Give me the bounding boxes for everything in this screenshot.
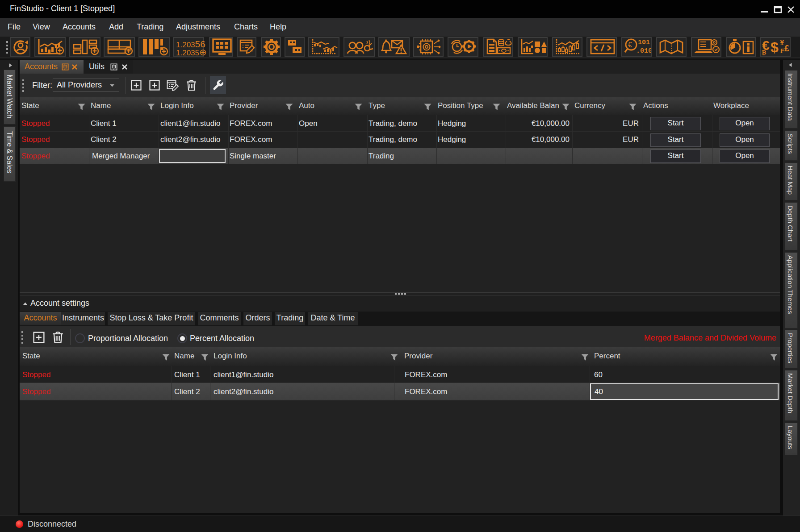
- svg-text:101: 101: [638, 39, 650, 46]
- svg-text:€: €: [628, 41, 632, 49]
- svg-text:.010: .010: [636, 47, 651, 55]
